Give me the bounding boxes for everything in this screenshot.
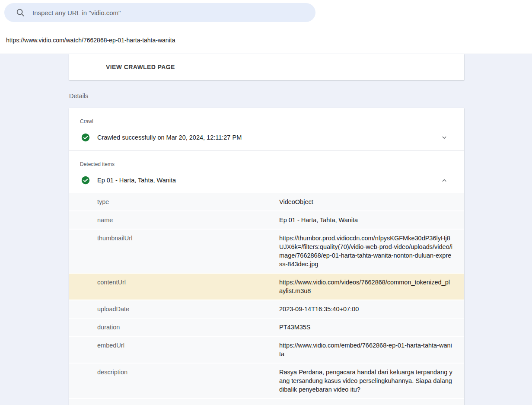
property-key: name	[97, 216, 279, 224]
property-key: embedUrl	[97, 341, 279, 358]
detected-item-row[interactable]: Ep 01 - Harta, Tahta, Wanita	[69, 167, 464, 193]
property-key: uploadDate	[97, 305, 279, 313]
main-content: VIEW CRAWLED PAGE Details Crawl Crawled …	[0, 54, 532, 405]
properties-table: typeVideoObjectnameEp 01 - Harta, Tahta,…	[69, 193, 464, 405]
detected-item-title: Ep 01 - Harta, Tahta, Wanita	[97, 177, 440, 184]
property-key: duration	[97, 323, 279, 332]
details-card: Crawl Crawled successfully on Mar 20, 20…	[69, 108, 464, 405]
property-row: embedUrlhttps://www.vidio.com/embed/7662…	[69, 337, 464, 364]
property-row: descriptionRasya Perdana, pengacara hand…	[69, 364, 464, 399]
success-check-icon	[81, 133, 90, 142]
property-value: 2023-09-14T16:35:40+07:00	[279, 305, 452, 313]
property-value: PT43M35S	[279, 323, 452, 332]
chevron-up-icon[interactable]	[440, 176, 448, 184]
property-row-partial	[69, 399, 464, 405]
success-check-icon	[81, 176, 90, 185]
property-key: thumbnailUrl	[97, 234, 279, 268]
property-row: thumbnailUrlhttps://thumbor.prod.vidiocd…	[69, 230, 464, 274]
property-value: https://www.vidio.com/videos/7662868/com…	[279, 278, 452, 295]
property-row: uploadDate2023-09-14T16:35:40+07:00	[69, 300, 464, 319]
property-value: VideoObject	[279, 198, 452, 206]
view-crawled-page-button[interactable]: VIEW CRAWLED PAGE	[106, 64, 175, 70]
property-row: nameEp 01 - Harta, Tahta, Wanita	[69, 211, 464, 230]
search-icon	[16, 8, 25, 17]
property-value: https://thumbor.prod.vidiocdn.com/nfpysK…	[279, 234, 452, 268]
property-key: description	[97, 368, 279, 394]
search-input[interactable]	[32, 9, 308, 16]
property-row: durationPT43M35S	[69, 319, 464, 337]
crawl-status-row[interactable]: Crawled successfully on Mar 20, 2024, 12…	[69, 124, 464, 150]
property-key: contentUrl	[97, 278, 279, 295]
property-value: https://www.vidio.com/embed/7662868-ep-0…	[279, 341, 452, 358]
property-value: Ep 01 - Harta, Tahta, Wanita	[279, 216, 452, 224]
crawl-section-label: Crawl	[69, 108, 464, 124]
property-row: contentUrlhttps://www.vidio.com/videos/7…	[69, 274, 464, 300]
property-key: type	[97, 198, 279, 206]
url-inspection-search-bar[interactable]	[4, 3, 315, 22]
inspected-url: https://www.vidio.com/watch/7662868-ep-0…	[6, 37, 175, 44]
chevron-down-icon[interactable]	[440, 134, 448, 141]
property-value: Rasya Perdana, pengacara handal dari kel…	[279, 368, 452, 394]
crawl-status-text: Crawled successfully on Mar 20, 2024, 12…	[97, 134, 440, 141]
top-header: https://www.vidio.com/watch/7662868-ep-0…	[0, 0, 532, 54]
details-section-label: Details	[69, 92, 464, 99]
detected-items-section-label: Detected items	[69, 151, 464, 167]
property-row: typeVideoObject	[69, 193, 464, 211]
crawled-page-card: VIEW CRAWLED PAGE	[69, 54, 464, 80]
